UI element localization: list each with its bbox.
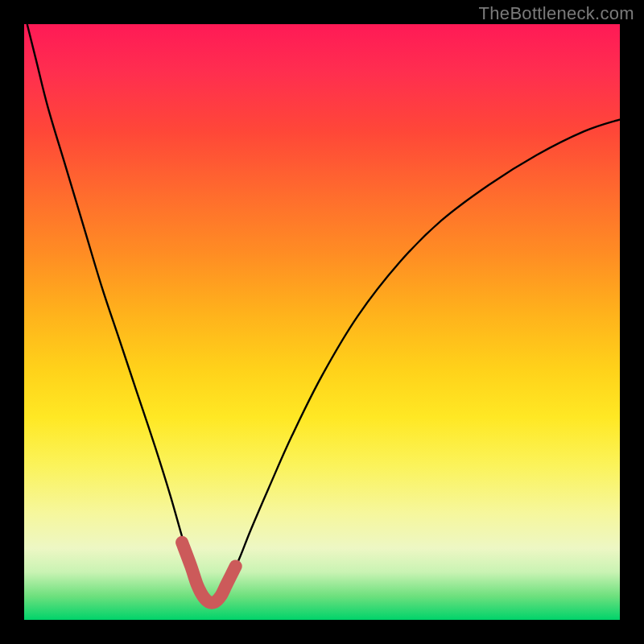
bottleneck-curve — [27, 24, 620, 603]
watermark-text: TheBottleneck.com — [479, 3, 634, 24]
curves-svg — [24, 24, 620, 620]
plot-area — [24, 24, 620, 620]
chart-frame: TheBottleneck.com — [0, 0, 644, 644]
highlight-segment — [182, 543, 236, 603]
